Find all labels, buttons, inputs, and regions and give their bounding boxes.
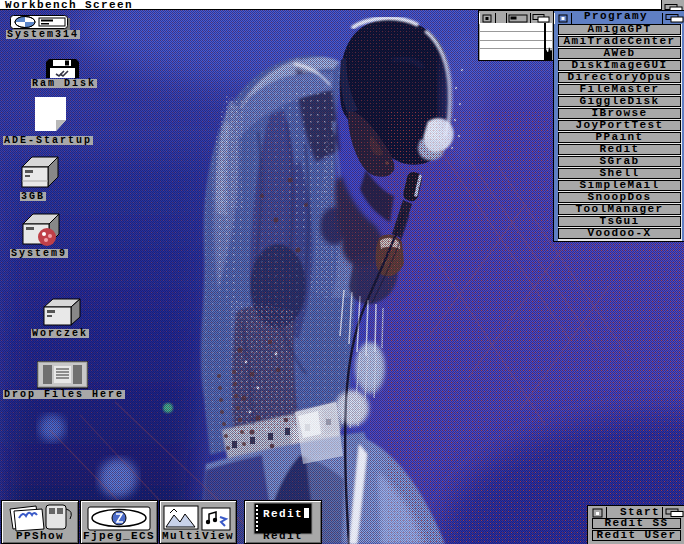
svg-text:Redit: Redit [263,508,303,520]
